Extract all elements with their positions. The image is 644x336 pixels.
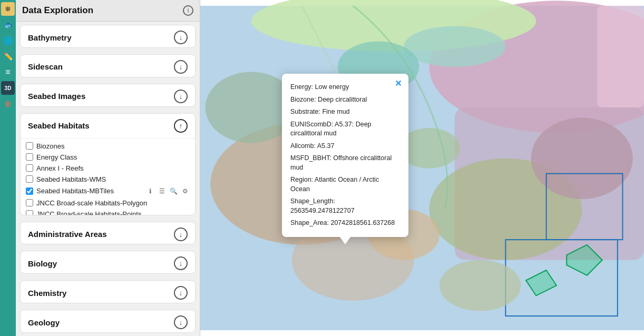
checkbox-seabed-habitats-wms-label: Seabed Habitats-WMS — [36, 175, 106, 183]
checkbox-seabed-habitats-mbtiles[interactable] — [26, 187, 33, 195]
action-search-icon[interactable]: 🔍 — [169, 186, 178, 196]
section-seabed-images-header[interactable]: Seabed Images ↓ — [21, 84, 195, 107]
svg-point-16 — [440, 260, 521, 311]
section-seabed-images: Seabed Images ↓ — [20, 84, 196, 107]
svg-rect-18 — [597, 6, 644, 107]
section-chemistry: Chemistry ↓ — [20, 280, 196, 303]
section-geology-header[interactable]: Geology ↓ — [21, 310, 195, 333]
section-biology-toggle[interactable]: ↓ — [174, 256, 188, 270]
map-background — [200, 0, 644, 336]
nav-icon-snowflake[interactable]: ❄ — [1, 2, 15, 16]
popup-row-substrate: Substrate: Fine mud — [290, 106, 400, 118]
popup-arrow — [340, 237, 350, 244]
section-biology-label: Biology — [28, 259, 57, 268]
checkbox-energy-class-label: Energy Class — [36, 153, 77, 161]
checkbox-biozones-label: Biozones — [36, 142, 64, 150]
checkbox-jncc-polygon-label: JNCC Broad-scale Habitats-Polygon — [36, 199, 147, 207]
action-list-icon[interactable]: ☰ — [157, 186, 167, 196]
action-info-icon[interactable]: ℹ — [145, 186, 155, 196]
section-seabed-habitats-content: Biozones Energy Class Annex I - Reefs Se… — [21, 138, 195, 215]
section-seabed-habitats-toggle[interactable]: ↑ — [174, 119, 188, 133]
popup-row-energy: Energy: Low energy — [290, 81, 400, 94]
list-item: Energy Class — [26, 152, 190, 163]
nav-icon-fish[interactable]: 🐟 — [1, 18, 15, 32]
popup-close-button[interactable]: ✕ — [393, 78, 403, 88]
info-button[interactable]: i — [183, 5, 193, 16]
checkbox-seabed-habitats-wms[interactable] — [26, 175, 33, 183]
popup-row-shape-area: Shape_Area: 20742818561.637268 — [290, 217, 400, 230]
section-biology: Biology ↓ — [20, 251, 196, 274]
feature-popup: ✕ Energy: Low energy Biozone: Deep circa… — [282, 74, 408, 237]
list-item: Seabed Habitats-MBTiles ℹ ☰ 🔍 ⚙ — [26, 185, 190, 197]
panel-title: Data Exploration — [22, 5, 93, 16]
popup-row-allcomb: Allcomb: A5.37 — [290, 140, 400, 153]
section-sidescan-toggle[interactable]: ↓ — [174, 60, 188, 74]
nav-icon-trash[interactable]: 🗑 — [1, 97, 15, 111]
section-bathymetry-label: Bathymetry — [28, 33, 72, 42]
checkbox-annex-i-label: Annex I - Reefs — [36, 164, 84, 172]
checkbox-energy-class[interactable] — [26, 153, 33, 161]
nav-icon-tools[interactable]: ✏️ — [1, 50, 15, 63]
popup-row-biozone: Biozone: Deep circalittoral — [290, 94, 400, 106]
popup-row-shape-length: Shape_Length: 2563549.2478122707 — [290, 195, 400, 217]
checkbox-jncc-points[interactable] — [26, 210, 33, 215]
section-admin-toggle[interactable]: ↓ — [174, 228, 188, 241]
popup-row-eunis: EUNIScombD: A5.37: Deep circalittoral mu… — [290, 118, 400, 140]
checkbox-seabed-habitats-mbtiles-label: Seabed Habitats-MBTiles — [36, 187, 114, 195]
section-bathymetry-toggle[interactable]: ↓ — [174, 31, 188, 44]
section-admin-header[interactable]: Administrative Areas ↓ — [21, 222, 195, 245]
section-admin-label: Administrative Areas — [28, 230, 107, 239]
section-bathymetry-header[interactable]: Bathymetry ↓ — [21, 25, 195, 48]
checkbox-jncc-polygon[interactable] — [26, 199, 33, 206]
checkbox-biozones[interactable] — [26, 142, 33, 150]
nav-icon-layers[interactable]: ≡ — [1, 65, 15, 79]
section-seabed-images-toggle[interactable]: ↓ — [174, 90, 188, 103]
icon-rail: ❄ 🐟 🌐 ✏️ ≡ 3D 🗑 — [0, 0, 16, 336]
svg-point-3 — [404, 26, 505, 67]
section-seabed-habitats-label: Seabed Habitats — [28, 121, 90, 130]
checkbox-jncc-points-label: JNCC Broad-scale Habitats-Points — [36, 210, 141, 215]
list-item: JNCC Broad-scale Habitats-Points — [26, 209, 190, 215]
data-exploration-panel: Data Exploration i Bathymetry ↓ Sidescan… — [16, 0, 200, 336]
section-administrative-areas: Administrative Areas ↓ — [20, 222, 196, 245]
popup-row-msfd: MSFD_BBHT: Offshore circalittoral mud — [290, 152, 400, 174]
section-bathymetry: Bathymetry ↓ — [20, 25, 196, 48]
row-actions-mbtiles: ℹ ☰ 🔍 ⚙ — [145, 186, 190, 196]
section-seabed-habitats-header[interactable]: Seabed Habitats ↑ — [21, 114, 195, 138]
action-filter-icon[interactable]: ⚙ — [180, 186, 190, 196]
section-seabed-images-label: Seabed Images — [28, 92, 85, 101]
section-chemistry-header[interactable]: Chemistry ↓ — [21, 281, 195, 303]
nav-icon-globe[interactable]: 🌐 — [1, 34, 15, 47]
section-geology-label: Geology — [28, 318, 60, 327]
section-geology: Geology ↓ — [20, 310, 196, 333]
section-geology-toggle[interactable]: ↓ — [174, 315, 188, 329]
list-item: Biozones — [26, 141, 190, 152]
section-sidescan-header[interactable]: Sidescan ↓ — [21, 55, 195, 77]
map-area[interactable]: ✕ Energy: Low energy Biozone: Deep circa… — [200, 0, 644, 336]
section-seabed-habitats: Seabed Habitats ↑ Biozones Energy Class … — [20, 113, 196, 215]
popup-row-region: Region: Atlantic Ocean / Arctic Ocean — [290, 174, 400, 195]
list-item: JNCC Broad-scale Habitats-Polygon — [26, 197, 190, 209]
section-chemistry-toggle[interactable]: ↓ — [174, 286, 188, 300]
section-biology-header[interactable]: Biology ↓ — [21, 251, 195, 274]
section-chemistry-label: Chemistry — [28, 289, 66, 298]
section-sidescan-label: Sidescan — [28, 62, 63, 71]
section-sidescan: Sidescan ↓ — [20, 54, 196, 77]
list-item: Seabed Habitats-WMS — [26, 174, 190, 185]
list-item: Annex I - Reefs — [26, 163, 190, 174]
nav-icon-3d[interactable]: 3D — [1, 81, 15, 95]
panel-header: Data Exploration i — [16, 0, 200, 22]
checkbox-annex-i-reefs[interactable] — [26, 164, 33, 172]
